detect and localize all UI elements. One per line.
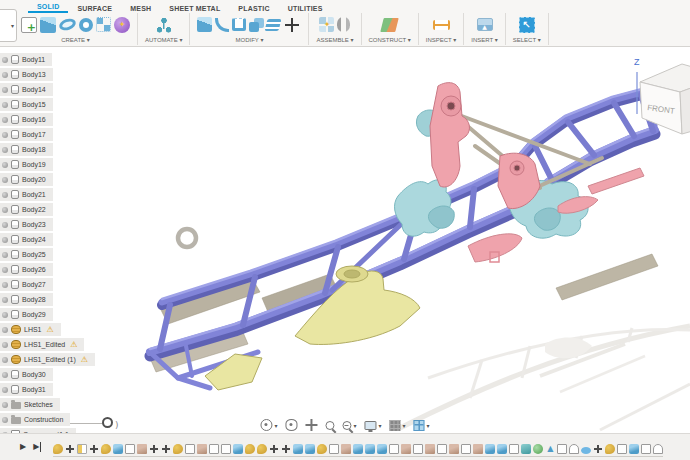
browser-item-body25[interactable]: Body25 — [0, 248, 53, 261]
browser-item-body20[interactable]: Body20 — [0, 173, 53, 186]
timeline-feature-move-45[interactable] — [593, 444, 603, 454]
measure-icon[interactable] — [433, 20, 450, 30]
visibility-eye-icon[interactable] — [2, 222, 8, 228]
fillet-icon[interactable] — [215, 18, 229, 32]
toolbar-overflow-button[interactable]: ▾ — [0, 9, 17, 42]
offset-icon[interactable] — [265, 19, 282, 31]
browser-item-body13[interactable]: Body13 — [0, 68, 53, 81]
tab-solid[interactable]: SOLID — [28, 1, 68, 13]
timeline-feature-sketch-32[interactable] — [437, 444, 447, 454]
timeline-feature-comp-17[interactable] — [257, 444, 267, 454]
timeline-feature-feat-5[interactable] — [113, 444, 123, 454]
browser-item-body27[interactable]: Body27 — [0, 278, 53, 291]
orbit-button[interactable]: ▾ — [260, 419, 277, 431]
browser-item-body17[interactable]: Body17 — [0, 128, 53, 141]
chevron-down-icon[interactable]: ▾ — [353, 422, 356, 429]
timeline-feature-comp-4[interactable] — [101, 444, 111, 454]
inspect-menu-label[interactable]: INSPECT ▾ — [426, 36, 457, 45]
visibility-eye-icon[interactable] — [2, 147, 8, 153]
timeline-feature-tri-41[interactable]: ▲ — [545, 444, 555, 454]
timeline-feature-cut-7[interactable] — [137, 444, 147, 454]
visibility-eye-icon[interactable] — [2, 357, 8, 363]
timeline-feature-cut-33[interactable] — [449, 444, 459, 454]
new-component-icon[interactable]: ✦ — [319, 17, 334, 32]
visibility-eye-icon[interactable] — [2, 132, 8, 138]
timeline-feature-comp-16[interactable] — [245, 444, 255, 454]
zoom-button[interactable] — [325, 421, 334, 430]
insert-menu-label[interactable]: INSERT ▾ — [471, 36, 497, 45]
timeline-feature-feat-37[interactable] — [497, 444, 507, 454]
insert-image-icon[interactable]: ▲ — [477, 18, 493, 31]
joint-icon[interactable] — [337, 17, 350, 32]
chevron-down-icon[interactable]: ▾ — [427, 422, 430, 429]
chevron-down-icon[interactable]: ▾ — [378, 422, 381, 429]
browser-item-lhs1-edited-1[interactable]: LHS1_Edited (1)⚠ — [0, 353, 95, 366]
model-viewport[interactable]: Body11Body13Body14Body15Body16Body17Body… — [0, 46, 690, 434]
timeline-feature-comp-22[interactable] — [317, 444, 327, 454]
timeline-feature-feat-15[interactable] — [233, 444, 243, 454]
browser-item-body26[interactable]: Body26 — [0, 263, 53, 276]
visibility-eye-icon[interactable] — [2, 297, 8, 303]
timeline-feature-cut-31[interactable] — [425, 444, 435, 454]
timeline-feature-feat-21[interactable] — [305, 444, 315, 454]
visibility-eye-icon[interactable] — [2, 102, 8, 108]
grid-button[interactable]: ▾ — [390, 420, 406, 431]
visibility-eye-icon[interactable] — [2, 237, 8, 243]
browser-item-body23[interactable]: Body23 — [0, 218, 53, 231]
timeline-feature-feat-26[interactable] — [365, 444, 375, 454]
timeline-feature-feat-25[interactable] — [353, 444, 363, 454]
browser-item-body15[interactable]: Body15 — [0, 98, 53, 111]
timeline-feature-feat-36[interactable] — [485, 444, 495, 454]
timeline-feature-feat-48[interactable] — [629, 444, 639, 454]
visibility-eye-icon[interactable] — [2, 57, 8, 63]
visibility-eye-icon[interactable] — [2, 402, 8, 408]
timeline-feature-move-19[interactable] — [281, 444, 291, 454]
visibility-eye-icon[interactable] — [2, 117, 8, 123]
browser-item-body11[interactable]: Body11 — [0, 53, 52, 66]
timeline-feature-sketch-28[interactable] — [389, 444, 399, 454]
timeline-feature-sketch-30[interactable] — [413, 444, 423, 454]
extrude-icon[interactable] — [40, 17, 56, 33]
timeline-feature-mesh-39[interactable] — [521, 444, 531, 454]
visibility-eye-icon[interactable] — [2, 252, 8, 258]
pan-button[interactable] — [305, 419, 317, 431]
move-icon[interactable] — [283, 16, 301, 34]
timeline-feature-feat-27[interactable] — [377, 444, 387, 454]
browser-item-lhs1[interactable]: LHS1⚠ — [0, 323, 61, 336]
timeline-feature-comp-10[interactable] — [173, 444, 183, 454]
timeline-feature-sketch-23[interactable] — [329, 444, 339, 454]
tab-surface[interactable]: SURFACE — [68, 3, 121, 13]
timeline-feature-move-8[interactable] — [149, 444, 159, 454]
visibility-eye-icon[interactable] — [2, 282, 8, 288]
sketch-icon[interactable]: + — [21, 17, 37, 33]
timeline-feature-cut-24[interactable] — [341, 444, 351, 454]
shell-icon[interactable] — [232, 18, 246, 31]
chevron-down-icon[interactable]: ▾ — [274, 422, 277, 429]
timeline-feature-sketch-13[interactable] — [209, 444, 219, 454]
display-button[interactable]: ▾ — [364, 420, 381, 430]
visibility-eye-icon[interactable] — [2, 267, 8, 273]
timeline-feature-cut-35[interactable] — [473, 444, 483, 454]
hole-icon[interactable] — [79, 18, 93, 32]
browser-item-body29[interactable]: Body29 — [0, 308, 53, 321]
browser-item-body16[interactable]: Body16 — [0, 113, 53, 126]
tab-plastic[interactable]: PLASTIC — [229, 3, 278, 13]
timeline-feature-oval-44[interactable] — [581, 447, 591, 454]
assemble-menu-label[interactable]: ASSEMBLE ▾ — [316, 36, 353, 45]
plane-icon[interactable] — [380, 18, 398, 32]
browser-item-body21[interactable]: Body21 — [0, 188, 53, 201]
create-menu-label[interactable]: CREATE ▾ — [61, 36, 90, 45]
timeline-feature-form-40[interactable] — [533, 444, 543, 454]
visibility-eye-icon[interactable] — [2, 207, 8, 213]
visibility-eye-icon[interactable] — [2, 192, 8, 198]
viewports-button[interactable]: ▾ — [414, 420, 430, 431]
visibility-eye-icon[interactable] — [2, 372, 8, 378]
visibility-eye-icon[interactable] — [2, 387, 8, 393]
timeline-feature-cut-12[interactable] — [197, 444, 207, 454]
tab-sheet-metal[interactable]: SHEET METAL — [160, 3, 229, 13]
combine-icon[interactable] — [249, 22, 259, 32]
tab-mesh[interactable]: MESH — [121, 3, 160, 13]
browser-item-body31[interactable]: Body31 — [0, 383, 53, 396]
browser-item-body22[interactable]: Body22 — [0, 203, 53, 216]
form-icon[interactable]: ✦ — [114, 17, 130, 33]
